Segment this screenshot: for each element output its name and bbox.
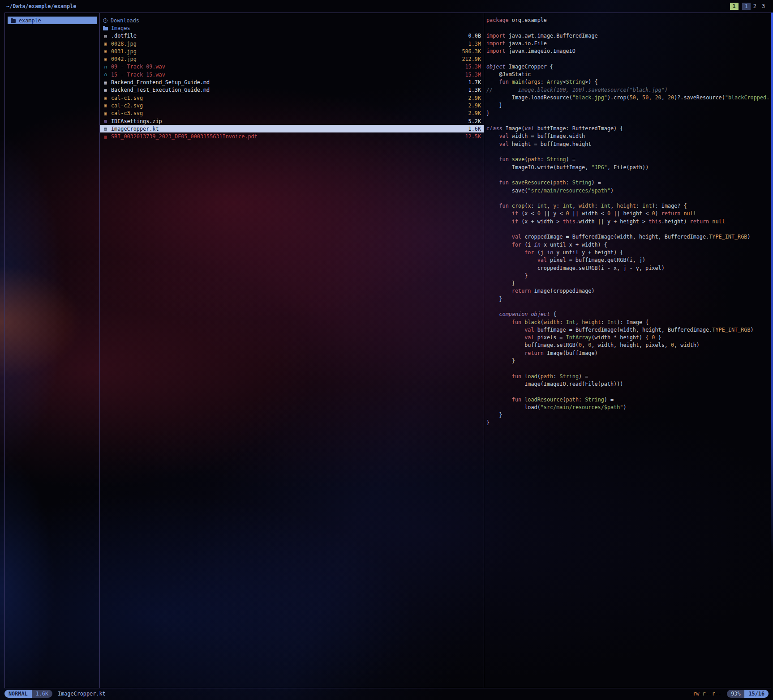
- code-line: }: [486, 280, 771, 287]
- code-line: }: [486, 110, 771, 117]
- code-line: }: [486, 357, 771, 365]
- status-right: -rw-r--r-- 93% 15/16: [690, 690, 769, 698]
- file-row[interactable]: ▣0028.jpg1.3M: [100, 40, 484, 47]
- code-line: if (x + width > this.width || y + height…: [486, 218, 771, 226]
- file-row[interactable]: Images: [100, 24, 484, 32]
- file-name: cal-c3.svg: [111, 110, 466, 116]
- code-line: save("src/main/resources/$path"): [486, 187, 771, 195]
- code-line: [486, 24, 771, 32]
- code-line: // Image.black(100, 100).saveResource("b…: [486, 86, 771, 94]
- code-line: import java.io.File: [486, 40, 771, 47]
- code-line: Image(ImageIO.read(File(path))): [486, 380, 771, 388]
- file-size: 15.3M: [465, 72, 481, 78]
- code-line: import java.awt.image.BufferedImage: [486, 32, 771, 40]
- code-line: }: [486, 411, 771, 419]
- file-row[interactable]: ▣cal-c1.svg2.9K: [100, 94, 484, 102]
- code-line: fun load(path: String) =: [486, 373, 771, 380]
- code-line: Image.loadResource("black.jpg").crop(50,…: [486, 94, 771, 102]
- file-row[interactable]: ▣cal-c3.svg2.9K: [100, 110, 484, 117]
- file-size: 12.5K: [465, 133, 481, 140]
- parent-dir-label: example: [19, 17, 41, 24]
- folder-icon: [11, 19, 16, 23]
- code-line: }: [486, 272, 771, 280]
- code-line: fun black(width: Int, height: Int): Imag…: [486, 319, 771, 326]
- code-line: for (i in x until x + width) {: [486, 241, 771, 249]
- code-line: fun save(path: String) =: [486, 156, 771, 163]
- code-line: [486, 148, 771, 156]
- image-icon: ▣: [103, 57, 108, 62]
- code-line: [486, 365, 771, 372]
- file-size-indicator: 1.6K: [32, 690, 52, 698]
- file-row[interactable]: ▤.dotfile0.0B: [100, 32, 484, 40]
- terminal-window: ~/Data/example/example 1 123 example Dow…: [0, 0, 773, 700]
- code-line: fun saveResource(path: String) =: [486, 179, 771, 187]
- file-row[interactable]: ∩09 - Track 09.wav15.3M: [100, 63, 484, 71]
- file-manager-panes: example DownloadsImages▤.dotfile0.0B▣002…: [4, 13, 771, 688]
- breadcrumb-path: ~/Data/example/example: [6, 3, 76, 9]
- code-line: if (x < 0 || y < 0 || width < 0 || heigh…: [486, 210, 771, 218]
- code-line: [486, 55, 771, 63]
- file-row[interactable]: Downloads: [100, 17, 484, 24]
- file-row[interactable]: ▥SBI_0032013739_2023_DE05_0003155631Invo…: [100, 132, 484, 140]
- parent-dir-item[interactable]: example: [8, 17, 97, 24]
- image-icon: ▣: [103, 41, 108, 46]
- code-line: val height = buffImage.height: [486, 141, 771, 148]
- file-name: IDEAsettings.zip: [111, 118, 466, 124]
- code-line: [486, 388, 771, 396]
- file-name: ImageCropper.kt: [111, 126, 466, 132]
- right-edge-glow: [771, 13, 773, 555]
- file-size: 1.7K: [468, 79, 481, 85]
- file-row[interactable]: ∩15 - Track 15.wav15.3M: [100, 71, 484, 78]
- file-size: 586.3K: [462, 48, 481, 55]
- file-name: 15 - Track 15.wav: [111, 72, 462, 78]
- code-line: load("src/main/resources/$path"): [486, 404, 771, 411]
- file-row[interactable]: ▣0042.jpg212.9K: [100, 55, 484, 63]
- file-icon: ▤: [103, 34, 108, 38]
- code-line: companion object {: [486, 311, 771, 318]
- code-line: val buffImage = BufferedImage(width, hei…: [486, 326, 771, 334]
- list-position: 15/16: [744, 690, 769, 698]
- code-line: [486, 303, 771, 311]
- scroll-percent: 93%: [727, 690, 744, 698]
- code-line: }: [486, 419, 771, 427]
- file-row[interactable]: ▦Backend_Test_Execution_Guide.md1.3K: [100, 86, 484, 94]
- file-name: cal-c1.svg: [111, 95, 466, 101]
- tab-bar: 1 123: [730, 3, 768, 10]
- tab-1[interactable]: 1: [742, 3, 751, 10]
- file-size: 1.3M: [468, 41, 481, 47]
- file-row[interactable]: ▨IDEAsettings.zip5.2K: [100, 117, 484, 125]
- task-count-badge: 1: [730, 3, 739, 10]
- tab-2[interactable]: 2: [751, 3, 759, 10]
- file-size: 1.6K: [468, 126, 481, 132]
- file-name: Images: [111, 25, 478, 31]
- file-size: 0.0B: [468, 33, 481, 39]
- code-line: @JvmStatic: [486, 71, 771, 78]
- code-line: }: [486, 295, 771, 303]
- file-size: 15.3M: [465, 64, 481, 70]
- code-line: val pixel = buffImage.getRGB(i, j): [486, 256, 771, 264]
- file-row[interactable]: ▣cal-c2.svg2.9K: [100, 102, 484, 109]
- image-icon: ▣: [103, 111, 108, 116]
- status-left: NORMAL 1.6K ImageCropper.kt: [4, 690, 106, 698]
- mode-indicator: NORMAL: [4, 690, 32, 698]
- code-line: fun crop(x: Int, y: Int, width: Int, hei…: [486, 202, 771, 210]
- tabs-list: 123: [742, 3, 768, 9]
- file-row[interactable]: ▦Backend_Frontend_Setup_Guide.md1.7K: [100, 78, 484, 86]
- archive-icon: ▨: [103, 119, 108, 124]
- download-icon: [103, 18, 107, 23]
- file-row[interactable]: ▤ImageCropper.kt1.6K: [100, 125, 484, 132]
- header-bar: ~/Data/example/example 1 123: [0, 0, 773, 13]
- code-line: }: [486, 102, 771, 109]
- status-bar: NORMAL 1.6K ImageCropper.kt -rw-r--r-- 9…: [4, 689, 769, 698]
- file-size: 2.9K: [468, 102, 481, 109]
- code-line: ImageIO.write(buffImage, "JPG", File(pat…: [486, 164, 771, 171]
- pdf-icon: ▥: [103, 134, 108, 139]
- file-row[interactable]: ▣0031.jpg586.3K: [100, 47, 484, 55]
- tab-3[interactable]: 3: [759, 3, 768, 10]
- file-name: Backend_Test_Execution_Guide.md: [111, 87, 466, 93]
- permissions-indicator: -rw-r--r--: [690, 691, 721, 697]
- preview-pane: package org.example import java.awt.imag…: [484, 13, 771, 688]
- file-size: 2.9K: [468, 110, 481, 116]
- image-icon: ▣: [103, 103, 108, 108]
- code-line: [486, 195, 771, 202]
